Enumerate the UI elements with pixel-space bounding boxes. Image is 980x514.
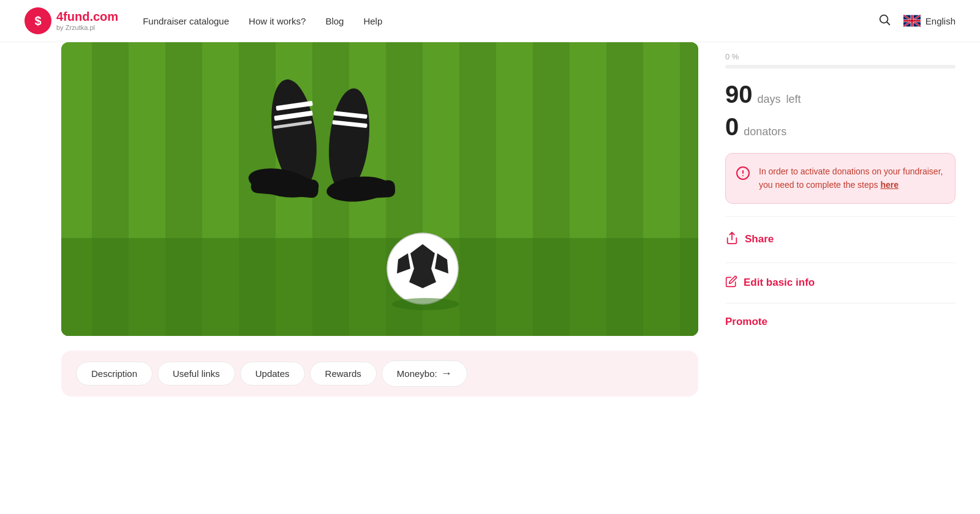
progress-area: 0 % <box>725 42 956 69</box>
tabs-bar: Description Useful links Updates Rewards… <box>61 351 698 397</box>
svg-point-25 <box>392 298 459 310</box>
site-header: $ 4fund.com by Zrzutka.pl Fundraiser cat… <box>0 0 980 42</box>
tab-description[interactable]: Description <box>76 362 153 386</box>
page-content: Description Useful links Updates Rewards… <box>0 42 980 397</box>
nav-help[interactable]: Help <box>363 16 382 26</box>
share-label: Share <box>745 233 774 245</box>
left-column: Description Useful links Updates Rewards… <box>0 42 710 397</box>
hero-image <box>61 42 698 336</box>
alert-icon <box>736 166 750 184</box>
svg-rect-7 <box>61 238 698 336</box>
header-right: English <box>875 10 956 32</box>
tab-moneybox[interactable]: Moneybo: → <box>382 360 467 387</box>
divider-1 <box>725 216 956 217</box>
language-label: English <box>925 16 956 26</box>
arrow-right-icon: → <box>441 367 452 380</box>
days-stat: 90 days left <box>725 81 956 108</box>
logo-icon: $ <box>24 7 51 34</box>
edit-icon <box>725 275 737 291</box>
progress-bar-track <box>725 65 956 69</box>
edit-basic-info-label: Edit basic info <box>744 277 815 289</box>
stats-row: 90 days left 0 donators <box>725 81 956 141</box>
tab-rewards[interactable]: Rewards <box>310 362 377 386</box>
days-label: days left <box>758 93 801 106</box>
svg-point-0 <box>880 15 888 23</box>
promote-label: Promote <box>725 316 767 328</box>
share-icon <box>725 231 739 248</box>
nav-fundraiser-catalogue[interactable]: Fundraiser catalogue <box>143 16 229 26</box>
language-selector[interactable]: English <box>903 15 956 27</box>
divider-2 <box>725 263 956 263</box>
info-circle-icon <box>736 166 750 181</box>
donators-stat: 0 donators <box>725 113 956 141</box>
donators-label: donators <box>744 125 786 138</box>
svg-rect-18 <box>333 180 395 200</box>
tab-updates[interactable]: Updates <box>240 362 305 386</box>
divider-3 <box>725 303 956 304</box>
uk-flag-icon <box>903 15 921 27</box>
right-sidebar: 0 % 90 days left 0 donators <box>710 42 980 397</box>
tab-useful-links[interactable]: Useful links <box>157 362 235 386</box>
main-nav: Fundraiser catalogue How it works? Blog … <box>143 16 875 26</box>
hero-image-container <box>61 42 698 336</box>
share-button[interactable]: Share <box>725 226 774 253</box>
activation-alert: In order to activate donations on your f… <box>725 153 956 204</box>
days-value: 90 <box>725 81 753 108</box>
share-svg-icon <box>725 231 739 245</box>
logo-sub-text: by Zrzutka.pl <box>56 24 118 32</box>
svg-line-1 <box>887 22 889 24</box>
nav-blog[interactable]: Blog <box>325 16 344 26</box>
alert-link[interactable]: here <box>880 180 899 190</box>
search-icon <box>878 13 891 26</box>
donators-value: 0 <box>725 113 739 141</box>
logo-main-text: 4fund.com <box>56 9 118 24</box>
edit-basic-info-button[interactable]: Edit basic info <box>725 270 815 296</box>
alert-message: In order to activate donations on your f… <box>759 165 944 192</box>
progress-percent: 0 % <box>725 52 956 61</box>
pencil-icon <box>725 275 737 288</box>
search-button[interactable] <box>875 10 894 32</box>
soccer-scene-svg <box>61 42 698 336</box>
logo[interactable]: $ 4fund.com by Zrzutka.pl <box>24 7 118 34</box>
promote-button[interactable]: Promote <box>725 311 767 333</box>
nav-how-it-works[interactable]: How it works? <box>249 16 306 26</box>
